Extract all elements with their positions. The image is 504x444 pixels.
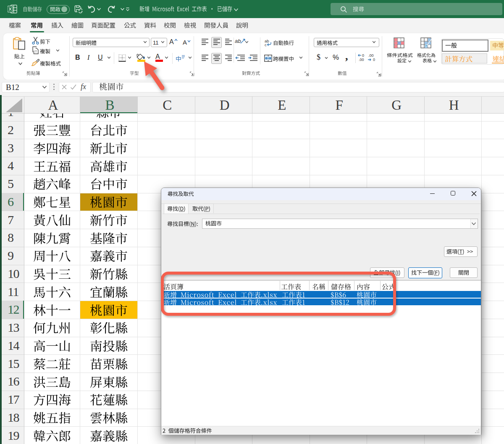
svg-text:.00: .00 [359,58,364,62]
svg-text:0: 0 [362,53,364,58]
svg-text:.00: .00 [368,53,374,58]
svg-text:c: c [265,42,267,47]
svg-text:0: 0 [373,58,375,62]
